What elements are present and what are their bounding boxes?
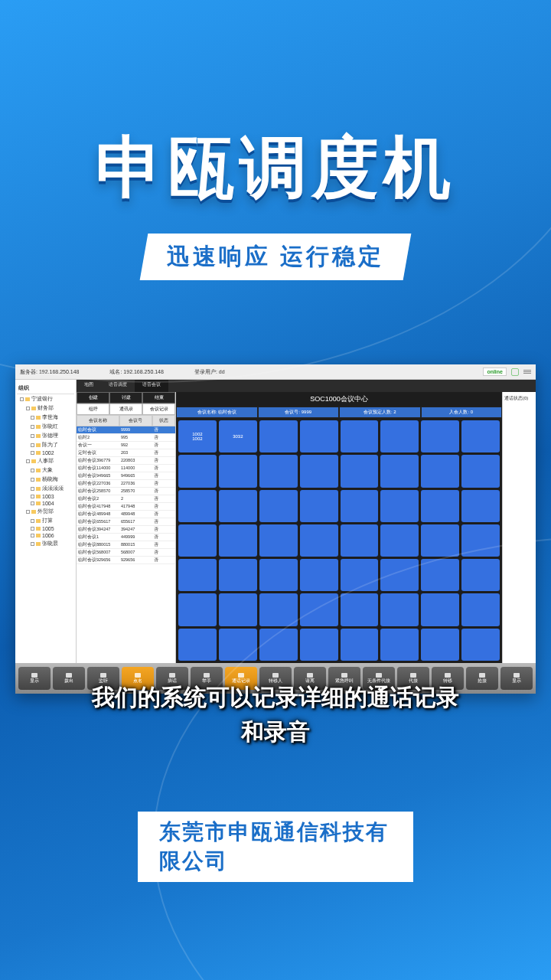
- grid-cell[interactable]: [421, 490, 459, 522]
- grid-cell[interactable]: [300, 524, 338, 557]
- action-button[interactable]: 创建: [77, 392, 109, 403]
- table-row[interactable]: 临时会议568007568007否: [77, 549, 175, 557]
- grid-cell[interactable]: [300, 420, 338, 452]
- grid-cell[interactable]: [341, 559, 379, 591]
- grid-cell[interactable]: [461, 524, 500, 557]
- table-row[interactable]: 临时会议880015880015否: [77, 541, 175, 549]
- table-row[interactable]: 临时会议949665949665否: [77, 472, 175, 480]
- tree-item[interactable]: 1006: [17, 532, 74, 539]
- table-row[interactable]: 临时会议396779220803否: [77, 457, 175, 465]
- grid-cell[interactable]: [219, 524, 257, 557]
- tree-item[interactable]: 陈为了: [17, 440, 74, 449]
- table-row[interactable]: 临时2995否: [77, 434, 175, 442]
- grid-cell[interactable]: [300, 629, 338, 661]
- tree-item[interactable]: 打算: [17, 516, 74, 525]
- grid-cell[interactable]: [341, 455, 379, 487]
- table-row[interactable]: 临时会议22否: [77, 495, 175, 503]
- grid-cell[interactable]: [219, 593, 257, 626]
- tree-item[interactable]: 杨晓梅: [17, 475, 74, 484]
- grid-cell[interactable]: [219, 629, 257, 661]
- grid-cell[interactable]: [341, 524, 379, 557]
- grid-cell[interactable]: [461, 455, 500, 487]
- grid-cell[interactable]: [259, 593, 298, 626]
- grid-cell[interactable]: [259, 524, 298, 557]
- tree-item[interactable]: 1002: [17, 449, 74, 456]
- grid-cell[interactable]: [421, 629, 459, 661]
- tree-item[interactable]: 李世海: [17, 413, 74, 422]
- tree-item[interactable]: 人事部: [17, 456, 74, 466]
- grid-cell[interactable]: [300, 490, 338, 522]
- grid-cell[interactable]: [178, 629, 217, 661]
- grid-cell[interactable]: [421, 593, 459, 626]
- grid-cell[interactable]: [380, 524, 419, 557]
- table-row[interactable]: 临时会议394247394247否: [77, 526, 175, 534]
- grid-cell[interactable]: 10021002: [178, 420, 217, 452]
- action-button[interactable]: 结束: [142, 392, 175, 403]
- tree-root[interactable]: 宁波银行: [17, 394, 74, 403]
- tree-item[interactable]: 张德理: [17, 431, 74, 440]
- tree-item[interactable]: 1004: [17, 500, 74, 507]
- grid-cell[interactable]: [178, 524, 217, 557]
- tab-voice-dispatch[interactable]: 语音调度: [101, 380, 135, 392]
- tree-item[interactable]: 大象: [17, 466, 74, 475]
- grid-cell[interactable]: [178, 490, 217, 522]
- table-row[interactable]: 临时会议417948417948否: [77, 503, 175, 511]
- table-row[interactable]: 定时会议203否: [77, 449, 175, 457]
- grid-cell[interactable]: 3032: [219, 420, 257, 452]
- phone-icon[interactable]: [511, 368, 519, 376]
- tab-voice-conference[interactable]: 语音会议: [135, 380, 168, 392]
- table-row[interactable]: 临时会议114000114000否: [77, 465, 175, 472]
- org-tree[interactable]: 组织 宁波银行 财务部李世海张晓红张德理陈为了1002人事部大象杨晓梅须须须须1…: [15, 380, 77, 663]
- grid-cell[interactable]: [259, 420, 298, 452]
- action-button[interactable]: 组呼: [77, 403, 109, 415]
- grid-cell[interactable]: [380, 420, 419, 452]
- grid-cell[interactable]: [259, 629, 298, 661]
- grid-cell[interactable]: [178, 559, 217, 591]
- grid-cell[interactable]: [380, 559, 419, 591]
- table-row[interactable]: 临时会议929656929656否: [77, 557, 175, 564]
- grid-cell[interactable]: [341, 593, 379, 626]
- action-button[interactable]: 会议记录: [142, 403, 175, 415]
- tree-item[interactable]: 财务部: [17, 403, 74, 413]
- tree-item[interactable]: 张晓晨: [17, 539, 74, 548]
- grid-cell[interactable]: [380, 455, 419, 487]
- grid-cell[interactable]: [461, 420, 500, 452]
- grid-cell[interactable]: [461, 559, 500, 591]
- online-status[interactable]: online: [483, 368, 507, 376]
- table-row[interactable]: 临时会议489948489948否: [77, 511, 175, 518]
- action-button[interactable]: 通讯录: [109, 403, 142, 415]
- grid-cell[interactable]: [341, 490, 379, 522]
- table-row[interactable]: 临时会议655617655617否: [77, 518, 175, 526]
- grid-cell[interactable]: [421, 420, 459, 452]
- grid-cell[interactable]: [300, 593, 338, 626]
- grid-cell[interactable]: [461, 490, 500, 522]
- grid-cell[interactable]: [178, 455, 217, 487]
- grid-cell[interactable]: [461, 629, 500, 661]
- tree-item[interactable]: 1003: [17, 493, 74, 500]
- grid-cell[interactable]: [421, 559, 459, 591]
- grid-cell[interactable]: [421, 455, 459, 487]
- grid-cell[interactable]: [219, 490, 257, 522]
- table-row[interactable]: 临时会议258570258570否: [77, 488, 175, 495]
- grid-cell[interactable]: [461, 593, 500, 626]
- grid-cell[interactable]: [380, 490, 419, 522]
- tab-map[interactable]: 地图: [77, 380, 101, 392]
- action-button[interactable]: 讨建: [109, 392, 142, 403]
- grid-cell[interactable]: [178, 593, 217, 626]
- grid-cell[interactable]: [259, 490, 298, 522]
- table-row[interactable]: 会议一992否: [77, 442, 175, 449]
- grid-cell[interactable]: [380, 629, 419, 661]
- table-row[interactable]: 临时会议1449999否: [77, 534, 175, 541]
- grid-cell[interactable]: [380, 593, 419, 626]
- tree-item[interactable]: 外贸部: [17, 507, 74, 516]
- table-row[interactable]: 临时会议227036227036否: [77, 480, 175, 488]
- grid-cell[interactable]: [259, 559, 298, 591]
- menu-icon[interactable]: [523, 370, 531, 374]
- grid-cell[interactable]: [300, 559, 338, 591]
- tree-item[interactable]: 张晓红: [17, 422, 74, 431]
- grid-cell[interactable]: [219, 455, 257, 487]
- grid-cell[interactable]: [341, 629, 379, 661]
- grid-cell[interactable]: [341, 420, 379, 452]
- grid-cell[interactable]: [421, 524, 459, 557]
- table-row[interactable]: 临时会议9999否: [77, 426, 175, 434]
